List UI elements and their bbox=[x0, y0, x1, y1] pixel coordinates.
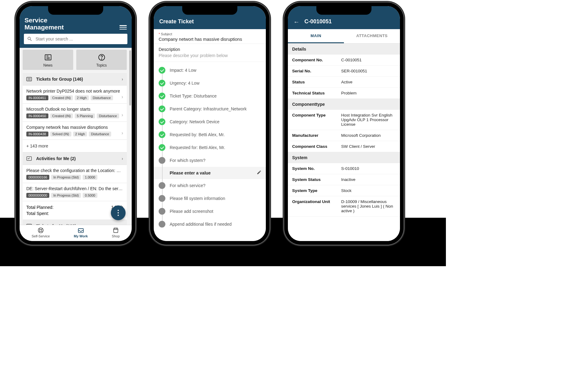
phone-component-detail: ← C-0010051 MAIN ATTACHMENTS DetailsComp… bbox=[284, 2, 404, 245]
chevron-right-icon: › bbox=[122, 112, 123, 118]
more-label: + 143 more bbox=[26, 144, 48, 148]
tab-attachments[interactable]: ATTACHMENTS bbox=[344, 29, 400, 43]
activity-id-tag: 0000000000 bbox=[26, 193, 49, 198]
step-todo[interactable]: For which system? bbox=[159, 154, 266, 167]
detail-row: System No.S-010010 bbox=[288, 163, 400, 174]
ticket-type-tag: Disturbance bbox=[91, 95, 113, 100]
bullet-icon bbox=[159, 182, 165, 189]
ticket-type-tag: Disturbance bbox=[89, 132, 111, 136]
step-todo[interactable]: Please add screenshot bbox=[159, 205, 266, 218]
activity-value-tag: 0.5000 bbox=[83, 193, 97, 198]
chevron-right-icon: › bbox=[122, 224, 123, 225]
chevron-right-icon: › bbox=[122, 130, 123, 136]
chevron-right-icon: › bbox=[122, 77, 123, 82]
ticket-row[interactable]: Company network has massive disruptionsI… bbox=[23, 122, 127, 140]
search-bar[interactable] bbox=[24, 34, 127, 44]
fab-more[interactable] bbox=[111, 205, 126, 220]
activity-row[interactable]: Please check the configuration at the Lo… bbox=[23, 165, 127, 183]
step-done[interactable]: Requested for: Betti Alex, Mr. bbox=[159, 141, 266, 154]
menu-icon[interactable] bbox=[119, 25, 127, 31]
tab-main[interactable]: MAIN bbox=[288, 29, 344, 43]
ticket-row[interactable]: Network printer DyP0254 does not work an… bbox=[23, 86, 127, 104]
activity-id-tag: 0000000166 bbox=[26, 175, 49, 180]
subject-field[interactable]: * Subject Company networt has massive di… bbox=[154, 29, 266, 44]
bullet-icon bbox=[159, 208, 165, 215]
detail-value: Active bbox=[341, 80, 396, 84]
step-label: Requested for: Betti Alex, Mr. bbox=[170, 145, 225, 150]
chevron-right-icon: › bbox=[122, 94, 123, 100]
list-icon bbox=[26, 77, 32, 81]
detail-value: SER-0010051 bbox=[341, 69, 396, 73]
check-icon bbox=[159, 131, 165, 138]
detail-key: System Status bbox=[292, 177, 338, 182]
phone-create-ticket: Create Ticket * Subject Company networt … bbox=[150, 2, 270, 245]
subject-label: * Subject bbox=[159, 32, 261, 36]
detail-value: C-0010051 bbox=[341, 58, 396, 62]
step-done[interactable]: Category: Network Device bbox=[159, 115, 266, 128]
step-todo[interactable]: Append additional files if needed bbox=[159, 218, 266, 231]
back-icon[interactable]: ← bbox=[293, 19, 300, 25]
phone-notch bbox=[316, 6, 371, 15]
nav-self-service[interactable]: Self-Service bbox=[32, 227, 50, 238]
step-done[interactable]: Ticket Type: Disturbance bbox=[159, 90, 266, 102]
activity-title: DE: Server-Restart durchführen / EN: Do … bbox=[26, 186, 123, 191]
ticket-id-tag: IN-0000438 bbox=[26, 132, 48, 136]
nav-my-work[interactable]: My Work bbox=[74, 227, 88, 238]
lifebuoy-icon bbox=[37, 227, 44, 234]
step-done[interactable]: Parent Category: Infrastructure_Network bbox=[159, 102, 266, 115]
check-icon bbox=[159, 118, 165, 125]
detail-row: Component No.C-0010051 bbox=[288, 55, 400, 66]
detail-value: D-10009 / Miscellaneous services [ Jones… bbox=[341, 199, 396, 213]
detail-row: Technical StatusProblem bbox=[288, 88, 400, 99]
step-todo[interactable]: For which service? bbox=[159, 179, 266, 192]
section-label: Activities for Me (2) bbox=[36, 156, 76, 161]
more-tickets[interactable]: + 143 more bbox=[23, 140, 127, 152]
detail-row: Serial No.SER-0010051 bbox=[288, 66, 400, 77]
activity-status-tag: In Progress (Std) bbox=[51, 193, 81, 198]
section-tickets-group[interactable]: Tickets for Group (146) › bbox=[23, 73, 127, 86]
scrollbar[interactable] bbox=[129, 50, 131, 105]
search-input[interactable] bbox=[36, 36, 124, 41]
detail-key: Component Type bbox=[292, 113, 338, 127]
stage: Service Management News bbox=[0, 0, 446, 266]
step-done[interactable]: Requested by: Betti Alex, Mr. bbox=[159, 128, 266, 141]
group-header: System bbox=[288, 152, 400, 163]
nav-label: Shop bbox=[112, 234, 120, 238]
step-label: Urgency: 4 Low bbox=[170, 81, 199, 86]
activity-row[interactable]: DE: Server-Restart durchführen / EN: Do … bbox=[23, 183, 127, 201]
detail-value: Microsoft Corporation bbox=[341, 133, 396, 138]
section-activities-me[interactable]: Activities for Me (2) › bbox=[23, 152, 127, 165]
phone-service-management: Service Management News bbox=[16, 2, 135, 245]
detail-key: Technical Status bbox=[292, 91, 338, 95]
description-field[interactable]: Description Please describe your problem… bbox=[154, 44, 266, 62]
detail-key: System No. bbox=[292, 166, 338, 171]
step-done[interactable]: Urgency: 4 Low bbox=[159, 77, 266, 90]
group-header: Componenttype bbox=[288, 99, 400, 110]
ticket-title: Company network has massive disruptions bbox=[26, 125, 123, 130]
tile-topics[interactable]: Topics bbox=[76, 50, 127, 70]
activity-value-tag: 1.0000 bbox=[83, 175, 97, 180]
edit-icon[interactable] bbox=[257, 170, 262, 176]
ticket-row[interactable]: Microsoft Outlook no longer startsIN-000… bbox=[23, 104, 127, 122]
step-label: Category: Network Device bbox=[170, 119, 220, 124]
step-todo[interactable]: Please fill system information bbox=[159, 192, 266, 205]
step-done[interactable]: Impact: 4 Low bbox=[159, 64, 266, 77]
svg-point-5 bbox=[101, 59, 102, 59]
step-label: For which service? bbox=[170, 183, 205, 188]
nav-shop[interactable]: Shop bbox=[112, 227, 120, 238]
ticket-status-tag: Solved (IN) bbox=[50, 132, 71, 136]
section-tickets-me[interactable]: Tickets for Me (139) › bbox=[23, 220, 127, 225]
inbox-icon bbox=[77, 227, 84, 234]
detail-row: StatusActive bbox=[288, 77, 400, 88]
tile-topics-label: Topics bbox=[96, 63, 107, 67]
step-label: Parent Category: Infrastructure_Network bbox=[170, 106, 247, 111]
step-prompt[interactable]: Please enter a value bbox=[154, 167, 266, 179]
header-title: Create Ticket bbox=[159, 18, 194, 25]
main-scroll: News Topics Tickets for Group (146) › Ne… bbox=[20, 48, 132, 225]
detail-row: Organizational UnitD-10009 / Miscellaneo… bbox=[288, 196, 400, 217]
step-label: Please add screenshot bbox=[170, 209, 213, 214]
tile-news[interactable]: News bbox=[23, 50, 73, 70]
step-label: Please fill system information bbox=[170, 196, 225, 201]
ticket-status-tag: Created (IN) bbox=[50, 113, 73, 118]
detail-value: Stock bbox=[341, 188, 396, 193]
